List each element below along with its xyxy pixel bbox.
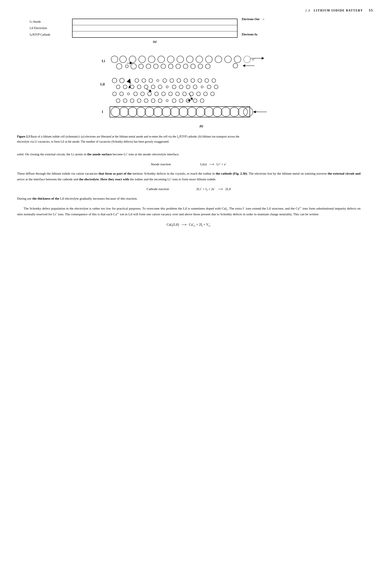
svg-point-81 <box>123 99 127 103</box>
svg-point-16 <box>234 56 241 63</box>
cathode-equation-formula: 2Li+ + I2 + 2e− ⟶ 2LiI <box>196 186 231 192</box>
layer-labels: Li Anode LiI Electrolyte I₂/P2VP Cathode <box>30 19 50 38</box>
svg-point-45 <box>184 79 188 83</box>
svg-point-13 <box>205 56 212 63</box>
svg-point-15 <box>225 56 231 63</box>
svg-point-26 <box>161 64 166 69</box>
svg-point-46 <box>191 79 195 83</box>
svg-point-86 <box>158 99 162 103</box>
figure-caption-label: Figure 2.3 <box>17 135 30 138</box>
page-header: 2.4 LITHIUM IODIDE BATTERY 55 <box>305 8 373 12</box>
svg-point-99 <box>153 107 163 117</box>
svg-point-106 <box>213 107 222 117</box>
svg-point-35 <box>112 78 117 83</box>
part-b-label: (b) <box>30 124 373 128</box>
svg-point-57 <box>166 86 168 88</box>
svg-point-58 <box>172 85 176 89</box>
svg-point-101 <box>170 107 180 117</box>
svg-point-34 <box>233 63 238 68</box>
svg-point-96 <box>128 107 137 117</box>
svg-point-28 <box>176 64 181 69</box>
svg-point-48 <box>205 79 209 83</box>
svg-point-42 <box>163 79 167 83</box>
ion-diagram-svg: Li LiI I e⁻ <box>96 48 307 124</box>
svg-point-29 <box>183 64 188 69</box>
svg-point-71 <box>155 92 158 96</box>
paragraph-3: During use the thickness of the LiI elec… <box>17 196 360 201</box>
part-a-label: (a) <box>72 40 238 43</box>
svg-point-109 <box>238 107 247 117</box>
figure-part-b: Li LiI I e⁻ <box>30 48 373 128</box>
svg-point-54 <box>144 85 148 89</box>
layer-label-cathode: I₂/P2VP Cathode <box>30 31 50 38</box>
paragraph-4: The Schottky defect population in the el… <box>17 206 360 217</box>
svg-point-68 <box>134 92 138 96</box>
svg-point-40 <box>149 79 153 83</box>
electrons-in-label: Electrons In <box>242 33 284 36</box>
svg-point-39 <box>142 79 146 83</box>
svg-point-75 <box>183 92 186 96</box>
svg-point-84 <box>144 99 148 103</box>
svg-point-77 <box>196 92 200 96</box>
battery-row-2 <box>73 25 237 31</box>
svg-text:LiI: LiI <box>100 83 105 86</box>
svg-point-91 <box>193 99 197 103</box>
svg-point-80 <box>116 99 120 103</box>
svg-point-31 <box>198 64 203 69</box>
svg-point-95 <box>119 107 129 117</box>
svg-point-110 <box>244 107 253 117</box>
svg-point-79 <box>211 92 214 96</box>
cathode-equation-label: Cathode reaction <box>146 186 189 192</box>
svg-point-12 <box>196 56 203 63</box>
svg-point-32 <box>205 64 210 69</box>
svg-point-55 <box>151 85 155 89</box>
svg-point-5 <box>129 56 136 63</box>
svg-point-41 <box>157 80 159 82</box>
svg-point-23 <box>139 64 143 69</box>
svg-point-61 <box>193 85 197 89</box>
svg-point-47 <box>198 79 202 83</box>
svg-point-8 <box>158 56 165 63</box>
svg-point-72 <box>162 92 165 96</box>
battery-row-3 <box>73 31 237 37</box>
anode-equation-block: Anode reaction Li(s) ⟶ Li+ + e− <box>17 162 360 167</box>
svg-point-27 <box>168 64 173 69</box>
svg-point-94 <box>111 107 120 117</box>
svg-point-62 <box>201 86 203 88</box>
svg-point-82 <box>130 99 134 103</box>
svg-point-11 <box>186 56 193 63</box>
svg-point-49 <box>212 79 216 83</box>
anode-equation-formula: Li(s) ⟶ Li+ + e− <box>200 162 227 167</box>
battery-row-1 <box>73 19 237 25</box>
svg-point-10 <box>177 56 184 63</box>
svg-point-52 <box>130 85 134 89</box>
svg-point-44 <box>177 79 181 83</box>
svg-point-59 <box>179 85 183 89</box>
svg-point-7 <box>148 56 155 63</box>
svg-point-107 <box>221 107 231 117</box>
svg-point-88 <box>172 99 176 103</box>
svg-point-50 <box>116 85 120 89</box>
svg-point-51 <box>123 85 127 89</box>
svg-point-36 <box>120 78 124 83</box>
svg-point-85 <box>151 99 155 103</box>
svg-point-9 <box>167 56 174 63</box>
svg-point-43 <box>170 79 174 83</box>
svg-marker-37 <box>127 78 132 83</box>
svg-point-64 <box>214 85 218 89</box>
svg-point-63 <box>207 85 211 89</box>
svg-point-4 <box>120 56 126 63</box>
svg-point-104 <box>196 107 205 117</box>
svg-text:I: I <box>102 110 103 114</box>
svg-point-20 <box>116 64 122 69</box>
svg-point-65 <box>113 92 116 96</box>
arrow-right-icon: → <box>261 17 265 21</box>
figure-section: Li Anode LiI Electrolyte I₂/P2VP Cathode… <box>30 19 373 128</box>
svg-point-56 <box>158 85 162 89</box>
svg-point-92 <box>200 99 204 103</box>
final-equation-formula: CaI2(LiI) ⟶ Ca•Li + 2II + VLi′ <box>167 223 211 226</box>
figure-caption-text: Basis of a lithium iodide cell (schemati… <box>17 135 239 143</box>
svg-point-67 <box>127 93 130 95</box>
svg-point-14 <box>215 56 222 63</box>
svg-point-69 <box>141 92 145 96</box>
